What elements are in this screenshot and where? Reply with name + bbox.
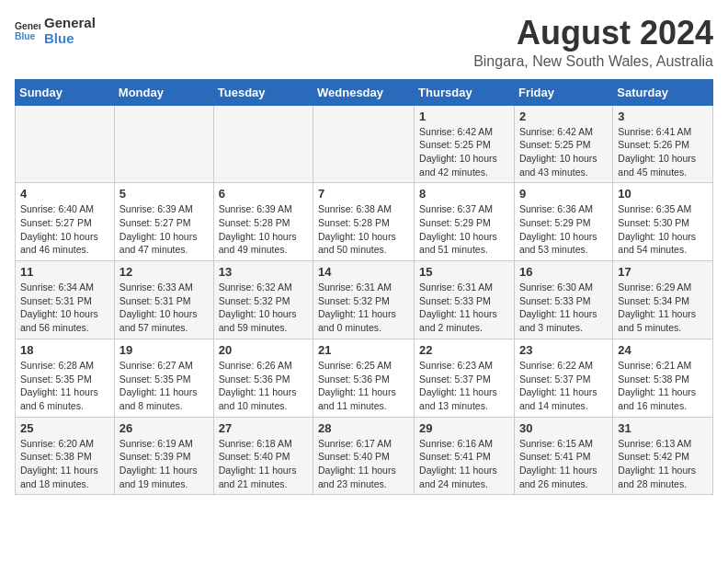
- calendar-cell: 31Sunrise: 6:13 AMSunset: 5:42 PMDayligh…: [613, 417, 713, 495]
- cell-info: Sunrise: 6:27 AMSunset: 5:35 PMDaylight:…: [119, 359, 209, 413]
- day-header-friday: Friday: [514, 79, 612, 105]
- cell-info: Sunrise: 6:20 AMSunset: 5:38 PMDaylight:…: [20, 437, 109, 491]
- cell-info: Sunrise: 6:30 AMSunset: 5:33 PMDaylight:…: [519, 281, 608, 335]
- calendar-cell: 20Sunrise: 6:26 AMSunset: 5:36 PMDayligh…: [213, 339, 313, 417]
- cell-info: Sunrise: 6:33 AMSunset: 5:31 PMDaylight:…: [119, 281, 209, 335]
- location: Bingara, New South Wales, Australia: [473, 53, 713, 70]
- day-number: 17: [618, 265, 708, 279]
- logo-icon: General Blue: [15, 17, 40, 43]
- calendar-cell: 11Sunrise: 6:34 AMSunset: 5:31 PMDayligh…: [16, 261, 115, 339]
- calendar-cell: 30Sunrise: 6:15 AMSunset: 5:41 PMDayligh…: [514, 417, 612, 495]
- calendar-header: SundayMondayTuesdayWednesdayThursdayFrid…: [16, 79, 713, 105]
- calendar-cell: 27Sunrise: 6:18 AMSunset: 5:40 PMDayligh…: [213, 417, 313, 495]
- header: General Blue General Blue August 2024 Bi…: [15, 15, 713, 70]
- cell-info: Sunrise: 6:28 AMSunset: 5:35 PMDaylight:…: [20, 359, 109, 413]
- day-number: 25: [20, 421, 109, 435]
- title-section: August 2024 Bingara, New South Wales, Au…: [473, 15, 713, 70]
- svg-text:General: General: [15, 21, 40, 31]
- day-number: 8: [419, 187, 509, 201]
- cell-info: Sunrise: 6:23 AMSunset: 5:37 PMDaylight:…: [419, 359, 509, 413]
- day-number: 1: [419, 109, 509, 123]
- calendar-cell: 7Sunrise: 6:38 AMSunset: 5:28 PMDaylight…: [313, 183, 415, 261]
- day-number: 26: [119, 421, 209, 435]
- day-header-tuesday: Tuesday: [213, 79, 313, 105]
- header-row: SundayMondayTuesdayWednesdayThursdayFrid…: [16, 79, 713, 105]
- cell-info: Sunrise: 6:15 AMSunset: 5:41 PMDaylight:…: [519, 437, 608, 491]
- calendar-table: SundayMondayTuesdayWednesdayThursdayFrid…: [15, 79, 713, 496]
- cell-info: Sunrise: 6:41 AMSunset: 5:26 PMDaylight:…: [618, 125, 708, 179]
- calendar-cell: [213, 105, 313, 183]
- calendar-cell: 8Sunrise: 6:37 AMSunset: 5:29 PMDaylight…: [415, 183, 515, 261]
- calendar-cell: 12Sunrise: 6:33 AMSunset: 5:31 PMDayligh…: [114, 261, 213, 339]
- logo-line1: General: [44, 15, 96, 30]
- day-number: 4: [20, 187, 109, 201]
- cell-info: Sunrise: 6:42 AMSunset: 5:25 PMDaylight:…: [519, 125, 608, 179]
- cell-info: Sunrise: 6:39 AMSunset: 5:28 PMDaylight:…: [219, 202, 308, 257]
- day-number: 9: [519, 187, 608, 201]
- calendar-cell: [313, 105, 415, 183]
- calendar-cell: 25Sunrise: 6:20 AMSunset: 5:38 PMDayligh…: [16, 417, 115, 495]
- calendar-cell: 16Sunrise: 6:30 AMSunset: 5:33 PMDayligh…: [514, 261, 612, 339]
- day-number: 12: [119, 265, 209, 279]
- calendar-cell: 15Sunrise: 6:31 AMSunset: 5:33 PMDayligh…: [415, 261, 515, 339]
- cell-info: Sunrise: 6:21 AMSunset: 5:38 PMDaylight:…: [618, 359, 708, 413]
- cell-info: Sunrise: 6:17 AMSunset: 5:40 PMDaylight:…: [318, 437, 409, 491]
- day-number: 7: [318, 187, 409, 201]
- week-row-2: 4Sunrise: 6:40 AMSunset: 5:27 PMDaylight…: [16, 183, 713, 261]
- calendar-cell: 14Sunrise: 6:31 AMSunset: 5:32 PMDayligh…: [313, 261, 415, 339]
- week-row-5: 25Sunrise: 6:20 AMSunset: 5:38 PMDayligh…: [16, 417, 713, 495]
- cell-info: Sunrise: 6:36 AMSunset: 5:29 PMDaylight:…: [519, 202, 608, 257]
- day-number: 23: [519, 343, 608, 357]
- cell-info: Sunrise: 6:22 AMSunset: 5:37 PMDaylight:…: [519, 359, 608, 413]
- cell-info: Sunrise: 6:32 AMSunset: 5:32 PMDaylight:…: [219, 281, 308, 335]
- day-number: 3: [618, 109, 708, 123]
- day-number: 14: [318, 265, 409, 279]
- cell-info: Sunrise: 6:37 AMSunset: 5:29 PMDaylight:…: [419, 202, 509, 257]
- day-number: 11: [20, 265, 109, 279]
- day-header-wednesday: Wednesday: [313, 79, 415, 105]
- cell-info: Sunrise: 6:42 AMSunset: 5:25 PMDaylight:…: [419, 125, 509, 179]
- calendar-cell: 6Sunrise: 6:39 AMSunset: 5:28 PMDaylight…: [213, 183, 313, 261]
- day-number: 2: [519, 109, 608, 123]
- day-number: 5: [119, 187, 209, 201]
- week-row-3: 11Sunrise: 6:34 AMSunset: 5:31 PMDayligh…: [16, 261, 713, 339]
- day-number: 10: [618, 187, 708, 201]
- cell-info: Sunrise: 6:35 AMSunset: 5:30 PMDaylight:…: [618, 202, 708, 257]
- day-number: 29: [419, 421, 509, 435]
- day-number: 22: [419, 343, 509, 357]
- day-number: 19: [119, 343, 209, 357]
- calendar-cell: 21Sunrise: 6:25 AMSunset: 5:36 PMDayligh…: [313, 339, 415, 417]
- day-number: 21: [318, 343, 409, 357]
- cell-info: Sunrise: 6:34 AMSunset: 5:31 PMDaylight:…: [20, 281, 109, 335]
- cell-info: Sunrise: 6:31 AMSunset: 5:33 PMDaylight:…: [419, 281, 509, 335]
- calendar-cell: 18Sunrise: 6:28 AMSunset: 5:35 PMDayligh…: [16, 339, 115, 417]
- day-number: 13: [219, 265, 308, 279]
- day-header-thursday: Thursday: [415, 79, 515, 105]
- calendar-cell: 4Sunrise: 6:40 AMSunset: 5:27 PMDaylight…: [16, 183, 115, 261]
- calendar-cell: [114, 105, 213, 183]
- calendar-cell: 17Sunrise: 6:29 AMSunset: 5:34 PMDayligh…: [613, 261, 713, 339]
- day-header-sunday: Sunday: [16, 79, 115, 105]
- calendar-cell: [16, 105, 115, 183]
- cell-info: Sunrise: 6:26 AMSunset: 5:36 PMDaylight:…: [219, 359, 308, 413]
- day-number: 31: [618, 421, 708, 435]
- day-number: 20: [219, 343, 308, 357]
- day-number: 16: [519, 265, 608, 279]
- calendar-cell: 23Sunrise: 6:22 AMSunset: 5:37 PMDayligh…: [514, 339, 612, 417]
- cell-info: Sunrise: 6:13 AMSunset: 5:42 PMDaylight:…: [618, 437, 708, 491]
- calendar-cell: 10Sunrise: 6:35 AMSunset: 5:30 PMDayligh…: [613, 183, 713, 261]
- calendar-cell: 1Sunrise: 6:42 AMSunset: 5:25 PMDaylight…: [415, 105, 515, 183]
- day-number: 28: [318, 421, 409, 435]
- cell-info: Sunrise: 6:16 AMSunset: 5:41 PMDaylight:…: [419, 437, 509, 491]
- cell-info: Sunrise: 6:39 AMSunset: 5:27 PMDaylight:…: [119, 202, 209, 257]
- cell-info: Sunrise: 6:38 AMSunset: 5:28 PMDaylight:…: [318, 202, 409, 257]
- calendar-cell: 26Sunrise: 6:19 AMSunset: 5:39 PMDayligh…: [114, 417, 213, 495]
- cell-info: Sunrise: 6:40 AMSunset: 5:27 PMDaylight:…: [20, 202, 109, 257]
- week-row-4: 18Sunrise: 6:28 AMSunset: 5:35 PMDayligh…: [16, 339, 713, 417]
- calendar-body: 1Sunrise: 6:42 AMSunset: 5:25 PMDaylight…: [16, 105, 713, 495]
- cell-info: Sunrise: 6:31 AMSunset: 5:32 PMDaylight:…: [318, 281, 409, 335]
- day-header-saturday: Saturday: [613, 79, 713, 105]
- calendar-cell: 24Sunrise: 6:21 AMSunset: 5:38 PMDayligh…: [613, 339, 713, 417]
- day-number: 18: [20, 343, 109, 357]
- day-header-monday: Monday: [114, 79, 213, 105]
